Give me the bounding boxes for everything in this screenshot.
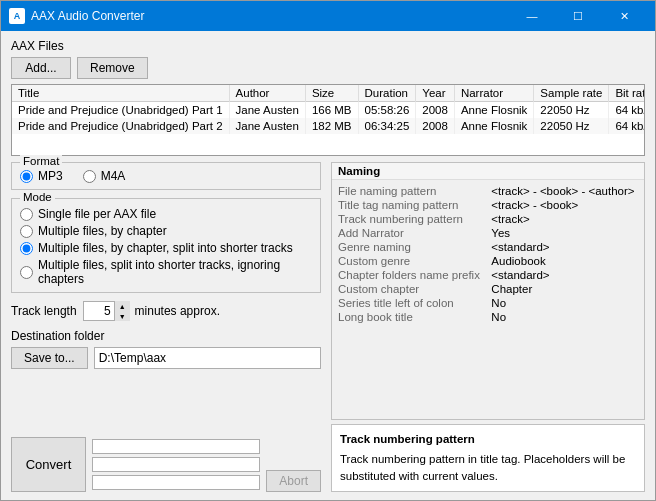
mode-single-radio[interactable] bbox=[20, 208, 33, 221]
naming-row: File naming pattern<track> - <book> - <a… bbox=[334, 184, 642, 198]
abort-button[interactable]: Abort bbox=[266, 470, 321, 492]
help-box-text: Track numbering pattern in title tag. Pl… bbox=[340, 453, 625, 482]
track-length-input[interactable] bbox=[84, 303, 114, 319]
add-button[interactable]: Add... bbox=[11, 57, 71, 79]
naming-row: Add NarratorYes bbox=[334, 226, 642, 240]
progress-bars bbox=[92, 439, 260, 490]
spinner-up-button[interactable]: ▲ bbox=[114, 301, 130, 311]
format-mp3-radio[interactable] bbox=[20, 170, 33, 183]
left-panel: Format MP3 M4A Mode bbox=[11, 162, 321, 492]
naming-label: Series title left of colon bbox=[334, 296, 487, 310]
mode-chapter-split-label[interactable]: Multiple files, by chapter, split into s… bbox=[20, 241, 312, 255]
naming-row: Series title left of colonNo bbox=[334, 296, 642, 310]
help-box: Track numbering pattern Track numbering … bbox=[331, 424, 645, 492]
naming-panel: Naming File naming pattern<track> - <boo… bbox=[331, 162, 645, 420]
naming-label: File naming pattern bbox=[334, 184, 487, 198]
naming-value: <track> - <book> bbox=[487, 198, 642, 212]
mode-split-ignore-radio[interactable] bbox=[20, 266, 33, 279]
table-cell: Jane Austen bbox=[229, 102, 305, 119]
naming-value: No bbox=[487, 296, 642, 310]
naming-row: Custom genreAudiobook bbox=[334, 254, 642, 268]
naming-content: File naming pattern<track> - <book> - <a… bbox=[332, 180, 644, 419]
files-table-container: Title Author Size Duration Year Narrator… bbox=[11, 84, 645, 156]
mode-group: Mode Single file per AAX file Multiple f… bbox=[11, 198, 321, 293]
naming-value: No bbox=[487, 310, 642, 324]
close-button[interactable]: ✕ bbox=[601, 1, 647, 31]
table-cell: 22050 Hz bbox=[534, 118, 609, 134]
naming-label: Long book title bbox=[334, 310, 487, 324]
naming-row: Track numbering pattern<track> bbox=[334, 212, 642, 226]
col-sample-rate: Sample rate bbox=[534, 85, 609, 102]
naming-label: Genre naming bbox=[334, 240, 487, 254]
main-window: A AAX Audio Converter — ☐ ✕ AAX Files Ad… bbox=[0, 0, 656, 501]
table-cell: 2008 bbox=[416, 118, 455, 134]
spinner-down-button[interactable]: ▼ bbox=[114, 311, 130, 321]
table-cell: Pride and Prejudice (Unabridged) Part 1 bbox=[12, 102, 229, 119]
files-table-body: Pride and Prejudice (Unabridged) Part 1J… bbox=[12, 102, 645, 135]
progress-bar-2 bbox=[92, 457, 260, 472]
table-cell: 05:58:26 bbox=[358, 102, 416, 119]
track-length-spinner[interactable]: ▲ ▼ bbox=[83, 301, 129, 321]
track-length-label: Track length bbox=[11, 304, 77, 318]
mode-chapter-radio[interactable] bbox=[20, 225, 33, 238]
convert-button[interactable]: Convert bbox=[11, 437, 86, 492]
col-year: Year bbox=[416, 85, 455, 102]
progress-bar-1 bbox=[92, 439, 260, 454]
table-row[interactable]: Pride and Prejudice (Unabridged) Part 2J… bbox=[12, 118, 645, 134]
bottom-area: Format MP3 M4A Mode bbox=[11, 162, 645, 492]
naming-value: Chapter bbox=[487, 282, 642, 296]
window-controls: — ☐ ✕ bbox=[509, 1, 647, 31]
mode-single-label[interactable]: Single file per AAX file bbox=[20, 207, 312, 221]
naming-row: Title tag naming pattern<track> - <book> bbox=[334, 198, 642, 212]
file-buttons: Add... Remove bbox=[11, 57, 645, 79]
progress-area: Convert Abort bbox=[11, 433, 321, 492]
table-header-row: Title Author Size Duration Year Narrator… bbox=[12, 85, 645, 102]
window-title: AAX Audio Converter bbox=[31, 9, 509, 23]
track-length-suffix: minutes approx. bbox=[135, 304, 220, 318]
mode-label: Mode bbox=[20, 191, 55, 203]
save-to-button[interactable]: Save to... bbox=[11, 347, 88, 369]
mode-options: Single file per AAX file Multiple files,… bbox=[20, 207, 312, 286]
naming-label: Track numbering pattern bbox=[334, 212, 487, 226]
naming-label: Chapter folders name prefix bbox=[334, 268, 487, 282]
destination-input[interactable] bbox=[94, 347, 321, 369]
naming-table: File naming pattern<track> - <book> - <a… bbox=[334, 184, 642, 324]
table-cell: 182 MB bbox=[305, 118, 358, 134]
format-m4a-text: M4A bbox=[101, 169, 126, 183]
mode-chapter-label[interactable]: Multiple files, by chapter bbox=[20, 224, 312, 238]
table-cell: 06:34:25 bbox=[358, 118, 416, 134]
format-mp3-label[interactable]: MP3 bbox=[20, 169, 63, 183]
spinner-buttons: ▲ ▼ bbox=[114, 301, 130, 321]
help-box-title: Track numbering pattern bbox=[340, 431, 636, 448]
mode-chapter-text: Multiple files, by chapter bbox=[38, 224, 167, 238]
right-panel: Naming File naming pattern<track> - <boo… bbox=[331, 162, 645, 492]
remove-button[interactable]: Remove bbox=[77, 57, 148, 79]
minimize-button[interactable]: — bbox=[509, 1, 555, 31]
naming-label: Custom genre bbox=[334, 254, 487, 268]
naming-value: Audiobook bbox=[487, 254, 642, 268]
track-length-row: Track length ▲ ▼ minutes approx. bbox=[11, 301, 321, 321]
col-bit-rate: Bit rate bbox=[609, 85, 645, 102]
naming-label: Title tag naming pattern bbox=[334, 198, 487, 212]
maximize-button[interactable]: ☐ bbox=[555, 1, 601, 31]
naming-row: Long book titleNo bbox=[334, 310, 642, 324]
format-m4a-radio[interactable] bbox=[83, 170, 96, 183]
mode-split-ignore-label[interactable]: Multiple files, split into shorter track… bbox=[20, 258, 312, 286]
naming-header: Naming bbox=[332, 163, 644, 180]
table-row[interactable]: Pride and Prejudice (Unabridged) Part 1J… bbox=[12, 102, 645, 119]
table-cell: Jane Austen bbox=[229, 118, 305, 134]
format-label: Format bbox=[20, 155, 62, 167]
table-cell: Pride and Prejudice (Unabridged) Part 2 bbox=[12, 118, 229, 134]
naming-value: Yes bbox=[487, 226, 642, 240]
table-cell: 22050 Hz bbox=[534, 102, 609, 119]
format-options: MP3 M4A bbox=[20, 169, 312, 183]
app-icon: A bbox=[9, 8, 25, 24]
col-duration: Duration bbox=[358, 85, 416, 102]
format-m4a-label[interactable]: M4A bbox=[83, 169, 126, 183]
naming-row: Genre naming<standard> bbox=[334, 240, 642, 254]
format-group: Format MP3 M4A bbox=[11, 162, 321, 190]
main-content: AAX Files Add... Remove Title Author Siz… bbox=[1, 31, 655, 500]
mode-chapter-split-radio[interactable] bbox=[20, 242, 33, 255]
naming-value: <standard> bbox=[487, 268, 642, 282]
destination-section: Destination folder Save to... bbox=[11, 329, 321, 369]
